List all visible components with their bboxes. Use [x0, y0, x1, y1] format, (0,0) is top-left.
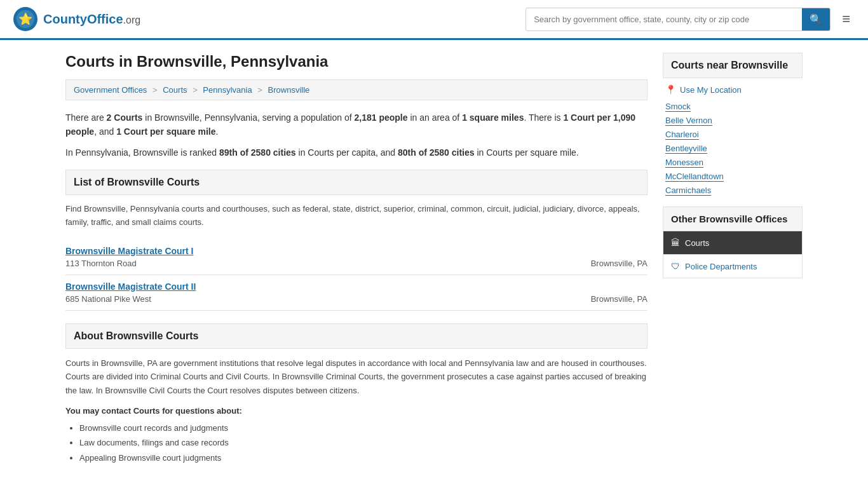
summary-text: There are 2 Courts in Brownsville, Penns…	[65, 111, 648, 139]
nearby-item-mcclellandtown: McClellandtown	[665, 171, 800, 181]
location-pin-icon: 📍	[665, 85, 676, 95]
ranking-text: In Pennsylvania, Brownsville is ranked 8…	[65, 146, 648, 159]
nearby-item-belle-vernon: Belle Vernon	[665, 115, 800, 125]
search-button[interactable]: 🔍	[802, 8, 830, 30]
ranking-suffix: in Courts per square mile.	[475, 147, 579, 158]
nearby-item-smock: Smock	[665, 101, 800, 111]
nearby-link-belle-vernon[interactable]: Belle Vernon	[665, 116, 712, 126]
search-icon: 🔍	[810, 14, 822, 25]
summary-end: , and	[94, 126, 116, 137]
header-right: 🔍 ≡	[526, 8, 855, 31]
police-office-label: Police Departments	[685, 262, 757, 271]
breadcrumb-sep-2: >	[193, 85, 198, 95]
nearby-link-mcclellandtown[interactable]: McClellandtown	[665, 172, 724, 182]
summary-suffix: . There is	[524, 112, 563, 123]
nearby-item-monessen: Monessen	[665, 157, 800, 167]
breadcrumb-brownsville[interactable]: Brownsville	[268, 85, 310, 95]
nearby-link-smock[interactable]: Smock	[665, 102, 691, 112]
summary-area: 1 square miles	[462, 112, 524, 123]
court-item-1: Brownsville Magistrate Court I 113 Thorn…	[65, 240, 648, 275]
nearby-links: Smock Belle Vernon Charleroi Bentleyvill…	[663, 101, 803, 195]
main-content: Courts in Brownsville, Pennsylvania Gove…	[65, 53, 648, 465]
contact-item-2: Law documents, filings and case records	[79, 435, 648, 450]
search-bar: 🔍	[526, 8, 831, 31]
contact-item-3: Appealing Brownsville court judgments	[79, 451, 648, 465]
court-name-1[interactable]: Brownsville Magistrate Court I	[65, 246, 648, 256]
about-section: About Brownsville Courts Courts in Brown…	[65, 323, 648, 465]
nearby-item-carmichaels: Carmichaels	[665, 185, 800, 195]
breadcrumb-pennsylvania[interactable]: Pennsylvania	[203, 85, 252, 95]
content-wrapper: Courts in Brownsville, Pennsylvania Gove…	[53, 40, 815, 478]
menu-button[interactable]: ≡	[837, 8, 855, 30]
contact-item-1: Brownsville court records and judgments	[79, 421, 648, 435]
summary-count: 2 Courts	[107, 112, 143, 123]
svg-text:⭐: ⭐	[18, 12, 33, 26]
logo-text: CountyOffice.org	[43, 12, 140, 27]
office-item-courts[interactable]: 🏛 Courts	[663, 231, 803, 255]
logo-area: ⭐ CountyOffice.org	[13, 6, 140, 32]
header: ⭐ CountyOffice.org 🔍 ≡	[0, 0, 868, 40]
police-icon: 🛡	[671, 261, 680, 271]
breadcrumb-sep-1: >	[153, 85, 158, 95]
court-details-2: 685 National Pike West Brownsville, PA	[65, 294, 648, 304]
court-address-1: 113 Thornton Road	[65, 259, 137, 268]
ranking-1: 89th of 2580 cities	[219, 147, 296, 158]
nearby-link-bentleyville[interactable]: Bentleyville	[665, 144, 707, 154]
contact-heading: You may contact Courts for questions abo…	[65, 406, 648, 416]
search-input[interactable]	[526, 10, 802, 29]
page-title: Courts in Brownsville, Pennsylvania	[65, 53, 648, 71]
summary-prefix: There are	[65, 112, 107, 123]
nearby-item-bentleyville: Bentleyville	[665, 143, 800, 153]
nearby-item-charleroi: Charleroi	[665, 129, 800, 139]
summary-area-prefix: in an area of	[408, 112, 463, 123]
ranking-2: 80th of 2580 cities	[398, 147, 475, 158]
breadcrumb-courts[interactable]: Courts	[163, 85, 187, 95]
use-location-link[interactable]: 📍 Use My Location	[663, 85, 803, 95]
list-description: Find Brownsville, Pennsylvania courts an…	[65, 203, 648, 229]
ranking-mid: in Courts per capita, and	[296, 147, 398, 158]
breadcrumb: Government Offices > Courts > Pennsylvan…	[65, 79, 648, 100]
courts-icon: 🏛	[671, 238, 680, 248]
ranking-prefix: In Pennsylvania, Brownsville is ranked	[65, 147, 219, 158]
nearby-link-charleroi[interactable]: Charleroi	[665, 130, 699, 140]
court-details-1: 113 Thornton Road Brownsville, PA	[65, 259, 648, 268]
logo-icon: ⭐	[13, 6, 38, 32]
hamburger-icon: ≡	[842, 11, 850, 27]
use-location-label: Use My Location	[680, 85, 742, 95]
court-city-1: Brownsville, PA	[591, 259, 648, 268]
other-offices-heading: Other Brownsville Offices	[663, 207, 803, 231]
court-city-2: Brownsville, PA	[591, 294, 648, 304]
breadcrumb-gov-offices[interactable]: Government Offices	[74, 85, 147, 95]
court-name-2[interactable]: Brownsville Magistrate Court II	[65, 281, 648, 292]
sidebar: Courts near Brownsville 📍 Use My Locatio…	[663, 53, 803, 465]
summary-dot: .	[216, 126, 219, 137]
office-item-police[interactable]: 🛡 Police Departments	[663, 255, 803, 278]
about-body: Courts in Brownsville, PA are government…	[65, 356, 648, 397]
summary-per-sq: 1 Court per square mile	[116, 126, 215, 137]
courts-near-heading: Courts near Brownsville	[663, 53, 803, 78]
breadcrumb-sep-3: >	[257, 85, 262, 95]
nearby-link-carmichaels[interactable]: Carmichaels	[665, 186, 711, 196]
summary-population: 2,181 people	[354, 112, 407, 123]
about-section-header: About Brownsville Courts	[65, 323, 648, 349]
contact-list: Brownsville court records and judgments …	[65, 421, 648, 465]
summary-mid: in Brownsville, Pennsylvania, serving a …	[142, 112, 354, 123]
nearby-link-monessen[interactable]: Monessen	[665, 158, 703, 168]
court-item-2: Brownsville Magistrate Court II 685 Nati…	[65, 275, 648, 311]
list-section-header: List of Brownsville Courts	[65, 170, 648, 195]
courts-office-label: Courts	[685, 238, 709, 248]
court-address-2: 685 National Pike West	[65, 294, 151, 304]
